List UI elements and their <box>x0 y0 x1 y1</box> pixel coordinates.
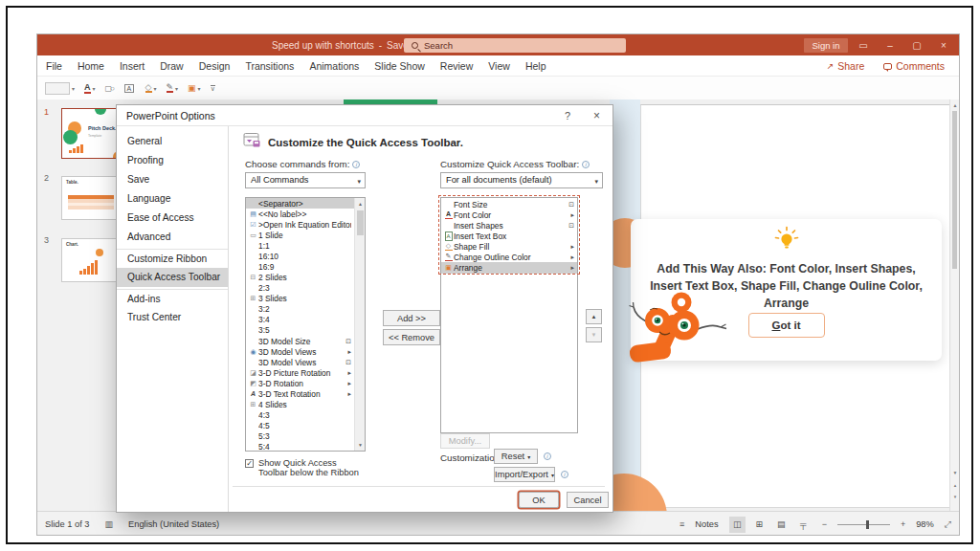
canvas-scrollbar[interactable]: ▲ ▼ ▴ ▾ <box>949 99 959 511</box>
ribbon-tab[interactable]: Design <box>199 60 231 72</box>
command-row[interactable]: ☑ >Open Ink Equation Editor <box>246 219 354 230</box>
command-row[interactable]: 3:5 <box>246 325 354 336</box>
comments-button[interactable]: Comments <box>883 60 945 72</box>
ribbon-tab[interactable]: Transitions <box>245 60 294 72</box>
command-row[interactable]: ⊟ 2 Slides <box>246 273 354 283</box>
qat-item-row[interactable]: A Font Color ▸ <box>441 209 577 220</box>
qat-item-row[interactable]: ▣ Arrange ▸ <box>441 262 577 273</box>
qat-item-row[interactable]: ◇ Shape Fill ▸ <box>441 241 577 252</box>
command-row[interactable]: 2:3 <box>246 283 354 294</box>
search-input[interactable]: Search <box>404 38 626 53</box>
normal-view-icon[interactable]: ◫ <box>729 517 746 533</box>
command-row[interactable]: 16:9 <box>246 261 354 272</box>
ribbon-tab[interactable]: File <box>46 60 62 72</box>
slide-thumbnail-3[interactable]: Chart. <box>61 238 121 282</box>
insert-shapes-icon[interactable]: ▢○ <box>105 84 115 93</box>
command-row[interactable]: 3:2 <box>246 304 354 315</box>
options-nav-item[interactable]: Advanced <box>117 228 228 247</box>
command-row[interactable]: 1:1 <box>246 240 354 251</box>
ribbon-tab[interactable]: Slide Show <box>374 60 425 72</box>
command-row[interactable]: 5:4 <box>246 442 354 452</box>
ribbon-tab[interactable]: Review <box>440 60 473 72</box>
scrollbar-thumb[interactable] <box>952 111 957 269</box>
accessibility-icon[interactable]: ▥ <box>105 519 114 529</box>
command-row[interactable]: ◩ 3-D Rotation ▸ <box>246 378 354 388</box>
zoom-percentage[interactable]: 98% <box>916 519 934 529</box>
ribbon-tab[interactable]: View <box>488 60 510 72</box>
command-row[interactable]: ▤ <<No label>> <box>246 209 354 219</box>
command-row[interactable]: <Separator> <box>246 198 354 209</box>
command-row[interactable]: 3D Model Size ⊡ <box>246 336 354 346</box>
zoom-in-icon[interactable]: + <box>901 519 905 529</box>
close-icon[interactable]: × <box>930 34 957 55</box>
choose-commands-dropdown[interactable]: All Commands▾ <box>245 172 366 188</box>
restore-icon[interactable]: ▢ <box>903 34 930 55</box>
notes-button[interactable]: Notes <box>695 519 718 529</box>
change-outline-color-icon[interactable]: ✎ ▾ <box>167 83 179 93</box>
ribbon-tab[interactable]: Draw <box>160 60 184 72</box>
command-row[interactable]: ◉ 3D Model Views ▸ <box>246 346 354 357</box>
import-export-button[interactable]: Import/Export▾ <box>494 467 555 482</box>
ribbon-tab[interactable]: Animations <box>309 60 359 72</box>
options-nav-item[interactable]: Ease of Access <box>117 209 228 228</box>
scrollbar-thumb[interactable] <box>357 210 364 235</box>
zoom-slider[interactable] <box>837 524 890 525</box>
qat-overflow-icon[interactable]: ∨ <box>211 85 217 92</box>
fit-slide-icon[interactable]: ⤢ <box>945 519 951 530</box>
ribbon-tab[interactable]: Help <box>525 60 546 72</box>
scroll-down-icon[interactable]: ▼ <box>355 442 366 448</box>
slide-thumbnail-1[interactable]: Pitch Deck. Template <box>61 108 121 159</box>
shape-fill-icon[interactable]: ◇ ▾ <box>145 83 157 93</box>
options-nav-item[interactable]: Save <box>117 170 228 189</box>
command-row[interactable]: 4:3 <box>246 410 354 421</box>
options-nav-item[interactable]: Proofing <box>117 151 228 170</box>
slide-sorter-icon[interactable]: ⊞ <box>751 517 768 533</box>
move-down-button[interactable]: ▼ <box>586 327 602 342</box>
command-row[interactable]: 3:4 <box>246 315 354 325</box>
ok-button[interactable]: OK <box>519 492 559 508</box>
got-it-button[interactable]: Got it <box>748 313 825 338</box>
options-nav-item[interactable]: Add-ins <box>117 289 228 308</box>
qat-item-row[interactable]: A Insert Text Box <box>441 231 577 241</box>
scroll-down-icon[interactable]: ▼ <box>950 470 959 475</box>
arrange-icon[interactable]: ▣ ▾ <box>188 83 201 93</box>
command-row[interactable]: ◪ 3-D Picture Rotation ▸ <box>246 367 354 378</box>
zoom-out-icon[interactable]: − <box>822 519 827 529</box>
insert-text-box-icon[interactable]: A <box>124 84 136 93</box>
ribbon-tab[interactable]: Insert <box>120 60 145 72</box>
modify-button[interactable]: Modify... <box>440 433 490 449</box>
sign-in-button[interactable]: Sign in <box>804 38 848 53</box>
command-row[interactable]: ⊞ 4 Slides <box>246 399 354 409</box>
scroll-up-icon[interactable]: ▲ <box>355 201 366 207</box>
options-nav-item[interactable]: Quick Access Toolbar <box>117 268 228 287</box>
dialog-help-button[interactable]: ? <box>565 110 570 121</box>
minimize-icon[interactable]: – <box>877 34 903 55</box>
options-nav-item[interactable]: Language <box>117 189 228 209</box>
ribbon-display-options-icon[interactable]: ▭ <box>850 34 877 55</box>
font-size-box[interactable]: ▾ <box>45 82 75 95</box>
current-qat-list[interactable]: Font Size ⊡ A Font Color ▸ Insert Shapes… <box>440 197 578 433</box>
cancel-button[interactable]: Cancel <box>567 492 609 508</box>
move-up-button[interactable]: ▲ <box>586 309 602 324</box>
reset-button[interactable]: Reset▾ <box>494 449 538 464</box>
language-status[interactable]: English (United States) <box>128 519 219 529</box>
command-row[interactable]: 16:10 <box>246 251 354 261</box>
share-button[interactable]: ↗ Share <box>827 60 865 72</box>
ribbon-tab[interactable]: Home <box>78 60 104 72</box>
next-slide-icon[interactable]: ▾ <box>950 494 959 499</box>
slideshow-icon[interactable]: ╤ <box>795 517 812 533</box>
qat-item-row[interactable]: ✎ Change Outline Color ▸ <box>441 252 577 262</box>
list-scrollbar[interactable]: ▲ ▼ <box>354 198 365 451</box>
remove-button[interactable]: << Remove <box>383 329 440 345</box>
scroll-up-icon[interactable]: ▲ <box>950 102 959 108</box>
qat-item-row[interactable]: Font Size ⊡ <box>441 199 577 209</box>
zoom-slider-thumb[interactable] <box>866 520 869 529</box>
font-color-icon[interactable]: A ▾ <box>84 83 96 94</box>
checkbox-checked[interactable]: ✓ <box>245 459 254 468</box>
dialog-close-button[interactable]: × <box>593 109 600 122</box>
slide-thumbnail-2[interactable]: Table. <box>61 176 121 220</box>
command-row[interactable]: 4:5 <box>246 421 354 431</box>
customize-qat-dropdown[interactable]: For all documents (default)▾ <box>440 172 603 188</box>
qat-item-row[interactable]: Insert Shapes ⊡ <box>441 220 577 231</box>
command-row[interactable]: ⊞ 3 Slides <box>246 294 354 304</box>
